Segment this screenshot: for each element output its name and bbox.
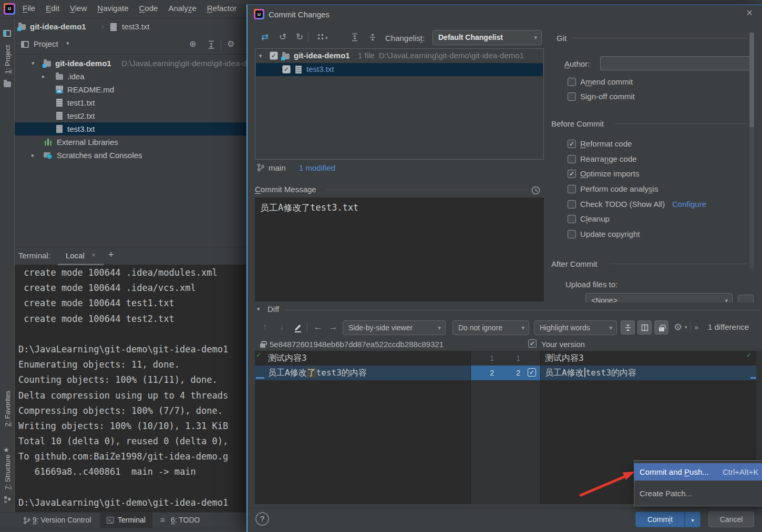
- tool-button-project[interactable]: 1: Project: [4, 45, 12, 74]
- cancel-button[interactable]: Cancel: [708, 512, 754, 527]
- collapse-all-icon[interactable]: [368, 33, 377, 41]
- star-icon[interactable]: ★: [3, 446, 9, 454]
- menu-item-create-patch[interactable]: Create Patch...: [634, 485, 762, 502]
- terminal-tab-local[interactable]: Local: [66, 251, 85, 260]
- change-marker: [750, 377, 756, 379]
- viewer-mode-combo[interactable]: Side-by-side viewer▾: [343, 320, 446, 335]
- refresh-icon[interactable]: ↻: [293, 30, 306, 44]
- breadcrumb-file[interactable]: test3.txt: [122, 22, 150, 31]
- commit-message-input[interactable]: 员工A修改了test3.txt: [255, 197, 544, 301]
- tree-collapse-icon[interactable]: ▸: [32, 149, 35, 162]
- tree-collapse-icon[interactable]: ▸: [42, 70, 45, 83]
- project-dropdown-icon[interactable]: ▾: [66, 40, 69, 47]
- project-panel-title[interactable]: Project: [34, 39, 58, 48]
- todo-list-icon: ≡: [160, 515, 165, 524]
- expand-all-icon[interactable]: [351, 33, 359, 41]
- next-change-icon[interactable]: →: [326, 320, 340, 334]
- rollback-icon[interactable]: ↺: [276, 30, 290, 44]
- your-version-checkbox[interactable]: ✓: [528, 339, 537, 348]
- tree-row-root[interactable]: ▾ git-idea-demo1 D:\JavaLearning\git-dem…: [15, 57, 246, 70]
- tree-row-scratches[interactable]: ▸ Scratches and Consoles: [15, 149, 246, 162]
- menu-analyze[interactable]: Analyze: [168, 4, 196, 13]
- history-clock-icon[interactable]: [531, 186, 540, 195]
- tree-row-idea[interactable]: ▸ .idea: [15, 70, 246, 83]
- collapse-unchanged-toggle[interactable]: [621, 320, 635, 335]
- menu-view[interactable]: View: [70, 4, 87, 13]
- tree-row-test1[interactable]: test1.txt: [15, 96, 246, 109]
- close-icon[interactable]: ×: [743, 7, 756, 20]
- changelist-combo[interactable]: Default Changelist ▾: [433, 30, 542, 45]
- tool-button-structure[interactable]: 7: Structure: [4, 454, 12, 489]
- diff-section-label[interactable]: Diff: [267, 305, 279, 314]
- more-chevrons-icon[interactable]: »: [694, 322, 698, 331]
- tree-row-external-libraries[interactable]: External Libraries: [15, 135, 246, 149]
- tree-expand-icon[interactable]: ▾: [259, 53, 262, 59]
- cleanup-checkbox[interactable]: [568, 215, 576, 223]
- project-tool-icon[interactable]: [3, 30, 11, 37]
- code-analysis-checkbox[interactable]: [568, 185, 576, 193]
- show-diff-icon[interactable]: ⇄: [258, 30, 272, 44]
- tree-row-test3-selected[interactable]: test3.txt: [15, 122, 246, 135]
- file-icon: [56, 125, 63, 133]
- commit-button[interactable]: Commit: [635, 512, 685, 527]
- jump-to-source-icon[interactable]: [294, 323, 302, 332]
- menu-item-commit-and-push[interactable]: Commit and Push... Ctrl+Alt+K: [634, 463, 762, 481]
- panel-icon: [21, 41, 29, 48]
- menu-code[interactable]: Code: [139, 4, 158, 13]
- tab-terminal[interactable]: >_ Terminal: [100, 513, 152, 528]
- optimize-imports-checkbox[interactable]: ✓: [568, 170, 576, 178]
- menu-navigate[interactable]: Navigate: [97, 4, 128, 13]
- author-label: Author:: [564, 59, 590, 68]
- file-checkbox[interactable]: ✓: [282, 65, 291, 74]
- folder-icon[interactable]: [4, 81, 11, 87]
- upload-config-button[interactable]: [738, 295, 754, 302]
- panel-scrollbar[interactable]: [749, 33, 754, 269]
- menu-refactor[interactable]: Refactor: [207, 4, 237, 13]
- previous-difference-icon[interactable]: ↑: [258, 320, 272, 334]
- tree-item-label: test2.txt: [67, 109, 95, 122]
- dialog-title-bar[interactable]: Commit Changes ×: [248, 5, 762, 25]
- amend-checkbox[interactable]: [568, 78, 576, 86]
- tree-row-test2[interactable]: test2.txt: [15, 109, 246, 122]
- whitespace-combo[interactable]: Do not ignore▾: [452, 320, 529, 335]
- synchronize-scrolling-toggle[interactable]: [637, 320, 652, 335]
- help-button[interactable]: ?: [255, 512, 269, 526]
- diff-settings-gear-icon[interactable]: ⚙: [671, 320, 685, 334]
- tab-todo[interactable]: 6: TODO: [171, 513, 200, 528]
- next-difference-icon[interactable]: ↓: [275, 320, 289, 334]
- tree-expand-icon[interactable]: ▾: [32, 57, 35, 70]
- commit-tree-root-row[interactable]: ▾ ✓ git-idea-demo1 1 file D:\JavaLearnin…: [255, 50, 543, 63]
- modified-link[interactable]: 1 modified: [299, 163, 335, 172]
- rearrange-checkbox[interactable]: [568, 155, 576, 163]
- include-change-checkbox[interactable]: ✓: [528, 368, 536, 377]
- tool-button-favorites[interactable]: 2: Favorites: [4, 391, 12, 426]
- update-copyright-checkbox[interactable]: [568, 230, 576, 238]
- root-checkbox[interactable]: ✓: [270, 51, 278, 60]
- menu-edit[interactable]: Edit: [46, 4, 59, 13]
- structure-grid-icon[interactable]: [4, 496, 7, 499]
- upload-target-combo[interactable]: <None> ▾: [585, 293, 733, 302]
- reformat-checkbox[interactable]: ✓: [568, 140, 576, 148]
- diff-left-pane[interactable]: ✓ 测试内容3 员工A修改了test3的内容: [255, 351, 470, 504]
- diff-collapse-icon[interactable]: ▾: [257, 306, 260, 312]
- tab-close-icon[interactable]: ×: [91, 251, 96, 259]
- configure-link[interactable]: Configure: [672, 200, 706, 208]
- highlight-mode-combo[interactable]: Highlight words▾: [534, 320, 617, 335]
- terminal-output[interactable]: create mode 100644 .idea/modules.xml cre…: [15, 265, 246, 512]
- collapse-all-icon[interactable]: [207, 40, 215, 49]
- commit-options-arrow-button[interactable]: ▾: [685, 512, 701, 527]
- gear-icon[interactable]: ⚙: [227, 39, 234, 49]
- reformat-label: Reformat code: [580, 139, 632, 148]
- tree-row-readme[interactable]: README.md: [15, 83, 246, 96]
- new-terminal-icon[interactable]: +: [108, 249, 114, 260]
- tab-version-control[interactable]: 9: Version Control: [33, 513, 91, 528]
- disable-editing-toggle[interactable]: [654, 320, 668, 335]
- menu-file[interactable]: File: [23, 4, 35, 13]
- author-input[interactable]: [600, 56, 754, 70]
- signoff-checkbox[interactable]: [568, 92, 576, 101]
- commit-file-row-selected[interactable]: ✓ test3.txt: [256, 63, 543, 76]
- breadcrumb-project[interactable]: git-idea-demo1: [30, 22, 86, 31]
- check-todo-checkbox[interactable]: [568, 200, 576, 208]
- locate-icon[interactable]: ⊕: [189, 39, 196, 49]
- prev-change-icon[interactable]: ←: [311, 320, 325, 334]
